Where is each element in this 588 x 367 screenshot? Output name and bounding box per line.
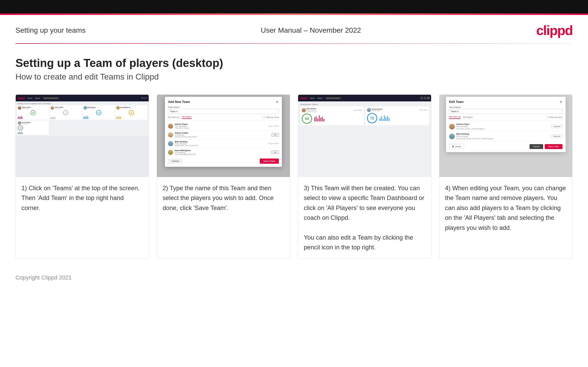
player-name: Dave Billingham: [175, 149, 270, 152]
player-add-button[interactable]: Add: [272, 133, 279, 136]
card-3-text: 3) This Team will then be created. You c…: [298, 177, 431, 259]
modal1-filter-label: Filter by name: [266, 116, 279, 118]
delete-team-button[interactable]: 🗑 Delete: [449, 144, 464, 149]
edit-player-name: Blair McHarg: [456, 133, 550, 135]
edit-player-avatar: [449, 134, 455, 139]
card-2-text: 2) Type the name of this Team and then s…: [157, 177, 290, 259]
trash-icon: 🗑: [452, 145, 454, 148]
card-4: Edit Team ✕ Team Name * Team A My Team (…: [439, 94, 573, 259]
modal2-save-button[interactable]: Save Team: [545, 144, 562, 149]
modal1-player-row: Dave Billingham 5.5 HandicapThe Dog Mayi…: [168, 148, 279, 156]
modal2-footer: 🗑 Delete Cancel Save Team: [449, 144, 562, 149]
header: Setting up your teams User Manual – Nove…: [0, 15, 588, 43]
page-subheading: How to create and edit Teams in Clippd: [15, 72, 573, 82]
card-4-screenshot: Edit Team ✕ Team Name * Team A My Team (…: [439, 95, 572, 177]
modal1-team-input[interactable]: Team A: [168, 109, 279, 114]
modal1-team-label: Team Name *: [168, 106, 279, 108]
page-title-section: Setting up a Team of players (desktop) H…: [0, 44, 588, 89]
modal1-filter-checkbox[interactable]: [263, 116, 265, 118]
player-avatar: [168, 141, 173, 146]
modal2-player-row: Blair McHarg Plus HandicapRoyal North De…: [449, 132, 562, 141]
modal1-player-row: Blair McHarg Plus HandicapRoyal North De…: [168, 139, 279, 148]
modal2-team-input[interactable]: Team A: [449, 109, 562, 114]
modal1-title: Add New Team: [168, 100, 190, 104]
player-name: Adrian Coliba: [175, 132, 270, 134]
modal1-save-button[interactable]: Save Team: [260, 159, 279, 164]
player-action-added: Player Added: [268, 143, 279, 144]
player-avatar: [168, 132, 173, 137]
modal2-player-row: Adrian Player Plus HandicapThe Shire Lon…: [449, 122, 562, 132]
player-name: Adrian Player: [175, 123, 266, 125]
edit-player-name: Adrian Player: [456, 123, 550, 125]
edit-player-avatar: [449, 124, 455, 129]
card-1-text: 1) Click on 'Teams' at the top of the sc…: [16, 177, 149, 259]
header-center-text: User Manual – November 2022: [261, 26, 361, 34]
modal2-cancel-button[interactable]: Cancel: [530, 144, 543, 149]
modal1-player-row: Adrian Player Plus HandicapThe Shire Lon…: [168, 122, 279, 130]
card-3-screenshot: clippd Home Teams My Performance Viewing…: [298, 95, 431, 177]
cards-grid: clippd Home Teams My Performance ⊞ ⊡ ✕ V…: [0, 89, 588, 269]
modal1-player-list: Adrian Player Plus HandicapThe Shire Lon…: [168, 122, 279, 156]
remove-player-button[interactable]: Remove: [551, 135, 562, 138]
player-club: Plus HandicapRoyal North Devon Golf Club: [175, 143, 266, 146]
remove-player-button[interactable]: Remove: [551, 125, 562, 128]
modal1-footer: Cancel Save Team: [168, 159, 279, 164]
modal2-action-buttons: Cancel Save Team: [530, 144, 562, 149]
player-club: Plus HandicapThe Shire London: [175, 125, 266, 129]
modal1-tab-allplayers[interactable]: All Players: [182, 116, 192, 119]
card-2: Add New Team ✕ Team Name * Team A My Tea…: [157, 94, 290, 259]
card-1-screenshot: clippd Home Teams My Performance ⊞ ⊡ ✕ V…: [16, 95, 149, 177]
card-4-text: 4) When editing your Team, you can chang…: [439, 177, 572, 259]
modal2-filter-label: Filter by name: [550, 116, 563, 118]
modal2-title: Edit Team: [449, 100, 464, 104]
top-bar: [0, 0, 588, 13]
edit-player-club: Plus HandicapThe Shire London, United Ki…: [456, 125, 550, 130]
delete-label: Delete: [455, 145, 461, 148]
edit-player-club: Plus HandicapRoyal North Devon Golf Club…: [456, 135, 550, 140]
modal2-tab-myteam[interactable]: My Team (2): [449, 116, 460, 119]
player-club: 1 HandicapCentral London Golf Centre: [175, 134, 270, 138]
header-left-text: Setting up your teams: [15, 26, 86, 34]
player-club: 5.5 HandicapThe Dog Maying Golf Club: [175, 152, 270, 155]
player-action-added: Player Added: [268, 125, 279, 127]
card-1: clippd Home Teams My Performance ⊞ ⊡ ✕ V…: [15, 94, 149, 259]
footer: Copyright Clippd 2021: [0, 269, 588, 286]
card-3: clippd Home Teams My Performance Viewing…: [298, 94, 431, 259]
modal2-player-list: Adrian Player Plus HandicapThe Shire Lon…: [449, 122, 562, 141]
card-2-screenshot: Add New Team ✕ Team Name * Team A My Tea…: [157, 95, 290, 177]
modal1-tab-myteam[interactable]: My Team (2): [168, 116, 179, 118]
copyright-text: Copyright Clippd 2021: [15, 274, 72, 281]
player-avatar: [168, 150, 173, 155]
clippd-logo: clippd: [536, 23, 573, 38]
modal1-cancel-button[interactable]: Cancel: [168, 159, 182, 164]
modal1-close-icon[interactable]: ✕: [276, 100, 279, 104]
modal2-team-label: Team Name *: [449, 106, 562, 108]
player-add-button[interactable]: Add: [272, 151, 279, 154]
player-avatar: [168, 124, 173, 129]
page-heading: Setting up a Team of players (desktop): [15, 57, 573, 69]
modal1-player-row: Adrian Coliba 1 HandicapCentral London G…: [168, 130, 279, 139]
modal2-filter-checkbox[interactable]: [547, 116, 549, 118]
modal2-close-icon[interactable]: ✕: [559, 100, 562, 104]
modal2-tab-allplayers[interactable]: All Players: [463, 116, 473, 118]
player-name: Blair McHarg: [175, 141, 266, 143]
